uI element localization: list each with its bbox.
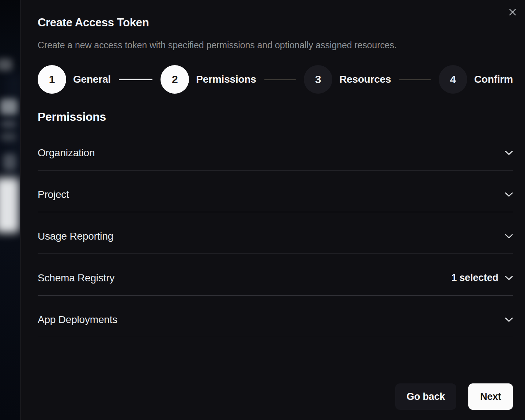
close-icon <box>508 7 517 18</box>
page: Create Access Token Create a new access … <box>0 0 525 420</box>
accordion-label: App Deployments <box>38 314 117 326</box>
accordion-label: Usage Reporting <box>38 230 113 242</box>
create-access-token-dialog: Create Access Token Create a new access … <box>20 0 525 420</box>
background-blur-item <box>0 99 18 115</box>
step-4-indicator: 4 <box>439 65 467 94</box>
stepper-connector-complete <box>119 79 152 80</box>
stepper-step-confirm[interactable]: 4 Confirm <box>439 65 513 94</box>
step-3-indicator: 3 <box>304 65 332 94</box>
stepper-step-general[interactable]: 1 General <box>38 65 111 94</box>
accordion-row-organization[interactable]: Organization <box>38 129 513 170</box>
step-2-label: Permissions <box>196 74 256 85</box>
permission-category-list: Organization Project Usage <box>38 129 513 337</box>
chevron-down-icon[interactable] <box>505 275 513 281</box>
chevron-down-icon[interactable] <box>505 150 513 155</box>
stepper-connector-upcoming <box>399 79 431 80</box>
accordion-row-app-deployments[interactable]: App Deployments <box>38 296 513 337</box>
step-4-label: Confirm <box>474 74 513 85</box>
stepper-step-permissions[interactable]: 2 Permissions <box>160 65 256 94</box>
background-blur-item <box>3 154 16 170</box>
accordion-label: Project <box>38 189 69 200</box>
chevron-down-icon[interactable] <box>505 192 513 197</box>
accordion-row-schema-registry[interactable]: Schema Registry 1 selected <box>38 254 513 296</box>
accordion-label: Schema Registry <box>38 272 114 284</box>
background-blur-item <box>1 120 16 128</box>
step-1-label: General <box>73 74 111 85</box>
background-blur-card <box>0 178 19 233</box>
permissions-section-heading: Permissions <box>38 110 513 124</box>
selection-count-badge: 1 selected <box>451 272 498 284</box>
go-back-button[interactable]: Go back <box>395 383 456 410</box>
accordion-row-usage-reporting[interactable]: Usage Reporting <box>38 212 513 254</box>
background-blur-item <box>0 59 12 71</box>
background-blur-item <box>1 132 16 141</box>
dialog-footer: Go back Next <box>38 383 513 410</box>
next-button[interactable]: Next <box>468 383 513 410</box>
step-3-label: Resources <box>339 74 391 85</box>
chevron-down-icon[interactable] <box>505 317 513 322</box>
accordion-label: Organization <box>38 147 95 159</box>
accordion-row-project[interactable]: Project <box>38 170 513 212</box>
step-1-indicator: 1 <box>38 65 66 94</box>
dialog-title: Create Access Token <box>38 16 513 29</box>
chevron-down-icon[interactable] <box>505 234 513 239</box>
wizard-stepper: 1 General 2 Permissions 3 Resources 4 Co… <box>38 65 513 94</box>
stepper-connector-upcoming <box>264 79 296 80</box>
dialog-subtitle: Create a new access token with specified… <box>38 40 513 50</box>
step-2-indicator: 2 <box>160 65 189 94</box>
background-page-strip <box>0 0 20 420</box>
stepper-step-resources[interactable]: 3 Resources <box>304 65 391 94</box>
close-button[interactable] <box>506 6 519 19</box>
